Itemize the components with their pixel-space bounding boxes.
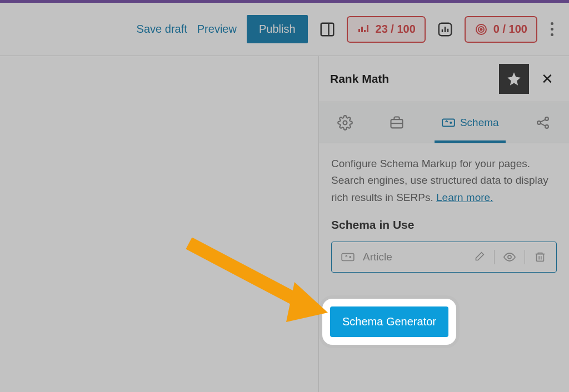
content-score-text: 0 / 100 [493, 23, 527, 36]
sidebar-header: Rank Math ✕ [319, 56, 569, 102]
content-score-badge[interactable]: 0 / 100 [465, 16, 537, 43]
svg-point-21 [508, 255, 511, 259]
more-options-icon[interactable] [547, 22, 557, 36]
pencil-icon [473, 251, 485, 263]
svg-point-9 [343, 120, 347, 124]
learn-more-link[interactable]: Learn more. [436, 192, 493, 203]
analytics-icon[interactable] [436, 20, 455, 39]
delete-schema-button[interactable] [533, 250, 547, 264]
divider [525, 250, 525, 264]
preview-button[interactable]: Preview [197, 23, 237, 36]
svg-point-13 [450, 122, 451, 123]
seo-score-text: 23 / 100 [376, 23, 416, 36]
seo-score-badge[interactable]: 23 / 100 [347, 16, 426, 43]
svg-point-8 [480, 28, 482, 30]
tab-social[interactable] [528, 102, 557, 143]
publish-button[interactable]: Publish [247, 15, 308, 43]
rank-math-sidebar: Rank Math ✕ Schema [319, 56, 569, 392]
svg-point-20 [350, 257, 351, 258]
editor-toolbar: Save draft Preview Publish 23 / 100 0 / … [0, 3, 569, 56]
sidebar-tabs: Schema [319, 102, 569, 143]
eye-icon [503, 250, 516, 264]
share-icon [535, 115, 551, 130]
svg-rect-12 [442, 119, 455, 126]
gear-icon [337, 115, 353, 130]
tab-schema-label: Schema [460, 117, 499, 129]
tab-schema[interactable]: Schema [435, 102, 506, 143]
sidebar-title: Rank Math [330, 72, 389, 86]
svg-rect-22 [537, 254, 544, 262]
editor-canvas[interactable] [0, 56, 319, 392]
divider [494, 250, 495, 264]
save-draft-button[interactable]: Save draft [137, 23, 187, 36]
svg-rect-0 [321, 23, 333, 36]
trash-icon [534, 251, 546, 263]
edit-schema-button[interactable] [472, 250, 486, 264]
star-icon [506, 71, 522, 87]
schema-panel: Configure Schema Markup for your pages. … [319, 143, 569, 300]
schema-description: Configure Schema Markup for your pages. … [331, 155, 557, 206]
close-sidebar-button[interactable]: ✕ [537, 68, 558, 90]
schema-item-row: Article [331, 242, 557, 273]
briefcase-icon [389, 115, 405, 130]
sidebar-toggle-icon[interactable] [318, 20, 337, 39]
schema-in-use-heading: Schema in Use [331, 218, 557, 232]
ticket-icon [341, 250, 355, 264]
tab-general[interactable] [331, 102, 360, 143]
preview-schema-button[interactable] [502, 250, 517, 264]
star-button[interactable] [499, 64, 529, 94]
svg-line-17 [541, 119, 546, 122]
svg-rect-19 [342, 254, 354, 261]
tab-advanced[interactable] [382, 102, 411, 143]
target-icon [475, 23, 488, 36]
schema-icon [441, 115, 456, 130]
svg-line-18 [541, 123, 546, 126]
schema-item-name: Article [363, 251, 464, 263]
bars-icon [357, 23, 370, 36]
